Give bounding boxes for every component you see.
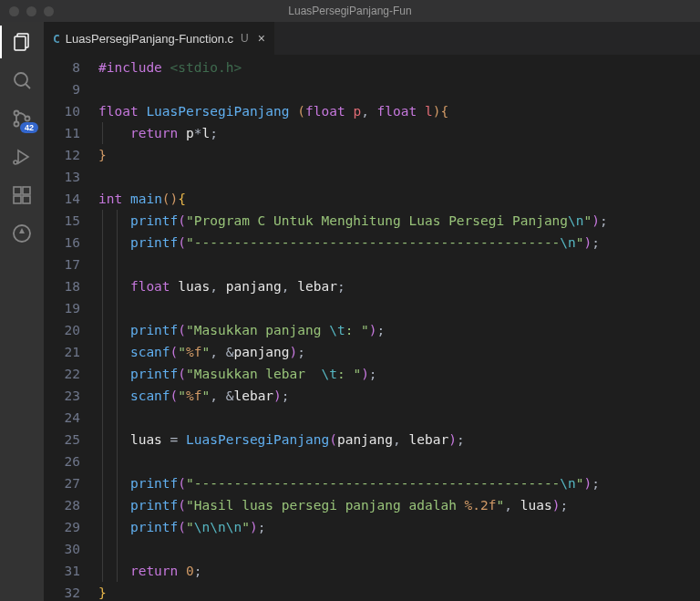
- code-line[interactable]: return p*l;: [98, 122, 700, 144]
- line-number: 28: [44, 494, 80, 516]
- code-line[interactable]: printf("\n\n\n");: [98, 516, 700, 538]
- code-line[interactable]: printf("--------------------------------…: [98, 232, 700, 254]
- code-line[interactable]: printf("Masukkan lebar \t: ");: [98, 363, 700, 385]
- code-line[interactable]: [98, 254, 700, 275]
- code-line[interactable]: [98, 451, 700, 472]
- tab-dirty-indicator: U: [239, 32, 249, 45]
- line-number: 21: [44, 341, 80, 363]
- tab-active[interactable]: C LuasPersegiPanjang-Function.c U ×: [44, 22, 275, 55]
- line-number: 15: [44, 210, 80, 232]
- live-share-icon[interactable]: [11, 223, 33, 244]
- line-number: 29: [44, 516, 80, 538]
- window-controls[interactable]: [0, 6, 54, 16]
- line-number: 8: [44, 57, 80, 78]
- code-line[interactable]: [98, 78, 700, 100]
- line-number: 30: [44, 538, 80, 560]
- line-number: 32: [44, 582, 80, 601]
- line-number: 14: [44, 188, 80, 210]
- code-line[interactable]: }: [98, 144, 700, 166]
- line-number: 11: [44, 122, 80, 144]
- code-line[interactable]: [98, 538, 700, 560]
- line-number: 25: [44, 429, 80, 451]
- svg-point-5: [15, 122, 19, 127]
- close-window-icon[interactable]: [9, 6, 19, 16]
- editor[interactable]: 8910111213141516171819202122232425262728…: [44, 55, 700, 601]
- line-gutter: 8910111213141516171819202122232425262728…: [44, 57, 98, 601]
- c-file-icon: C: [53, 32, 60, 46]
- code-line[interactable]: printf("Program C Untuk Menghitung Luas …: [98, 210, 700, 232]
- scm-badge: 42: [20, 122, 38, 133]
- scm-icon[interactable]: 42: [11, 108, 33, 130]
- line-number: 17: [44, 254, 80, 275]
- svg-line-3: [26, 84, 30, 88]
- line-number: 23: [44, 385, 80, 407]
- svg-rect-11: [14, 196, 21, 203]
- line-number: 27: [44, 472, 80, 494]
- line-number: 26: [44, 451, 80, 472]
- svg-marker-7: [18, 150, 28, 163]
- code-line[interactable]: return 0;: [98, 560, 700, 582]
- activity-bar: 42: [0, 22, 44, 601]
- code-line[interactable]: luas = LuasPersegiPanjang(panjang, lebar…: [98, 429, 700, 451]
- explorer-icon[interactable]: [11, 31, 33, 53]
- maximize-window-icon[interactable]: [44, 6, 54, 16]
- line-number: 31: [44, 560, 80, 582]
- code-line[interactable]: scanf("%f", &lebar);: [98, 385, 700, 407]
- line-number: 10: [44, 100, 80, 122]
- code-line[interactable]: [98, 297, 700, 319]
- extensions-icon[interactable]: [11, 184, 33, 206]
- title-bar: LuasPersegiPanjang-Fun: [0, 0, 700, 22]
- tab-close-icon[interactable]: ×: [254, 31, 265, 46]
- line-number: 22: [44, 363, 80, 385]
- tab-filename: LuasPersegiPanjang-Function.c: [66, 32, 233, 46]
- svg-point-4: [15, 111, 19, 116]
- code-area[interactable]: #include <stdio.h> float LuasPersegiPanj…: [98, 57, 700, 601]
- line-number: 12: [44, 144, 80, 166]
- debug-icon[interactable]: [11, 146, 33, 168]
- code-line[interactable]: float luas, panjang, lebar;: [98, 275, 700, 297]
- line-number: 20: [44, 319, 80, 341]
- svg-point-2: [15, 73, 27, 86]
- svg-point-8: [14, 161, 17, 164]
- minimize-window-icon[interactable]: [26, 6, 36, 16]
- window-title: LuasPersegiPanjang-Fun: [288, 5, 411, 17]
- line-number: 9: [44, 78, 80, 100]
- code-line[interactable]: }: [98, 582, 700, 601]
- search-icon[interactable]: [11, 69, 33, 91]
- code-line[interactable]: float LuasPersegiPanjang (float p, float…: [98, 100, 700, 122]
- code-line[interactable]: [98, 407, 700, 429]
- line-number: 24: [44, 407, 80, 429]
- line-number: 18: [44, 275, 80, 297]
- code-line[interactable]: printf("Hasil luas persegi panjang adala…: [98, 494, 700, 516]
- svg-rect-10: [23, 187, 30, 194]
- tab-bar: C LuasPersegiPanjang-Function.c U ×: [44, 22, 700, 55]
- code-line[interactable]: [98, 166, 700, 188]
- line-number: 13: [44, 166, 80, 188]
- code-line[interactable]: int main(){: [98, 188, 700, 210]
- code-line[interactable]: printf("--------------------------------…: [98, 472, 700, 494]
- code-line[interactable]: #include <stdio.h>: [98, 57, 700, 78]
- svg-rect-12: [23, 196, 30, 203]
- svg-rect-1: [15, 36, 26, 50]
- code-line[interactable]: scanf("%f", &panjang);: [98, 341, 700, 363]
- svg-point-6: [26, 117, 30, 121]
- line-number: 16: [44, 232, 80, 254]
- svg-rect-9: [14, 187, 21, 194]
- line-number: 19: [44, 297, 80, 319]
- code-line[interactable]: printf("Masukkan panjang \t: ");: [98, 319, 700, 341]
